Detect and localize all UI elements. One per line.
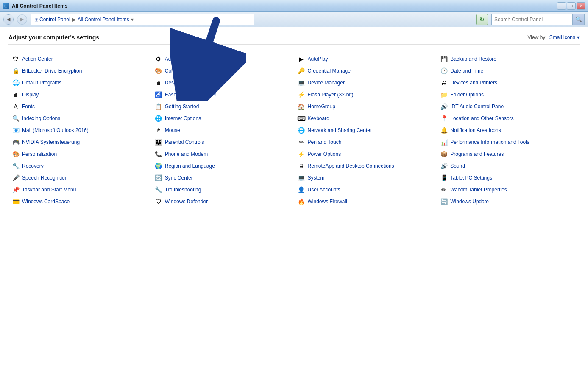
control-item[interactable]: 🔑Credential Manager xyxy=(294,65,437,77)
control-item[interactable]: 🛡Action Center xyxy=(8,53,151,65)
control-item[interactable]: 📊Performance Information and Tools xyxy=(437,136,580,148)
item-icon: 🔊 xyxy=(440,103,448,110)
control-item[interactable]: 🔄Windows Update xyxy=(437,196,580,208)
item-label: Pen and Touch xyxy=(308,139,342,145)
item-label: Personalization xyxy=(22,151,57,157)
control-item[interactable]: 🎤Speech Recognition xyxy=(8,172,151,184)
forward-button[interactable]: ▶ xyxy=(17,14,27,25)
item-label: Parental Controls xyxy=(165,139,204,145)
control-item[interactable]: 👪Parental Controls xyxy=(151,136,294,148)
control-item[interactable]: 🕐Date and Time xyxy=(437,65,580,77)
item-label: Power Options xyxy=(308,151,341,157)
item-icon: 🔍 xyxy=(12,115,20,122)
control-item[interactable]: 💻System xyxy=(294,172,437,184)
search-box[interactable]: 🔍 xyxy=(491,14,585,25)
control-item[interactable]: 💻Device Manager xyxy=(294,77,437,89)
control-item[interactable]: 🔊IDT Audio Control Panel xyxy=(437,101,580,112)
control-item[interactable]: ⚙Administrative Tools xyxy=(151,53,294,65)
control-item[interactable]: 📱Tablet PC Settings xyxy=(437,172,580,184)
control-item[interactable]: 💾Backup and Restore xyxy=(437,53,580,65)
control-item[interactable]: 🌍Region and Language xyxy=(151,160,294,172)
control-item[interactable]: 📍Location and Other Sensors xyxy=(437,112,580,124)
control-item[interactable]: 🌐Default Programs xyxy=(8,77,151,89)
view-arrow: ▾ xyxy=(577,34,580,40)
control-item[interactable]: 🔒BitLocker Drive Encryption xyxy=(8,65,151,77)
path-item-control-panel[interactable]: ⊞ Control Panel xyxy=(34,17,70,22)
item-label: HomeGroup xyxy=(308,104,335,110)
search-input[interactable] xyxy=(492,14,572,25)
control-item[interactable]: 🖱Mouse xyxy=(151,124,294,136)
control-item[interactable]: 🖥Display xyxy=(8,89,151,101)
control-item[interactable]: 💳Windows CardSpace xyxy=(8,196,151,208)
control-item[interactable]: 🔄Sync Center xyxy=(151,172,294,184)
item-icon: 🌐 xyxy=(155,115,162,122)
control-item[interactable]: 🏠HomeGroup xyxy=(294,101,437,112)
control-item[interactable]: 📦Programs and Features xyxy=(437,148,580,160)
control-item[interactable]: 🖥Desktop Gadgets xyxy=(151,77,294,89)
item-icon: 📊 xyxy=(440,138,448,146)
view-select[interactable]: Small icons ▾ xyxy=(549,34,580,40)
close-button[interactable]: ✕ xyxy=(577,2,585,10)
control-item[interactable]: 🔧Troubleshooting xyxy=(151,184,294,196)
control-item[interactable]: ✏Wacom Tablet Properties xyxy=(437,184,580,196)
control-item[interactable]: 👤User Accounts xyxy=(294,184,437,196)
item-icon: 📱 xyxy=(440,174,448,182)
item-icon: 🖨 xyxy=(440,79,448,87)
control-item[interactable]: 🔔Notification Area Icons xyxy=(437,124,580,136)
item-icon: 💳 xyxy=(12,198,20,205)
control-item[interactable]: 📁Folder Options xyxy=(437,89,580,101)
item-icon: A xyxy=(12,103,20,110)
item-icon: 🕐 xyxy=(440,67,448,75)
item-icon: 📍 xyxy=(440,115,448,122)
control-item[interactable]: 🌐Network and Sharing Center xyxy=(294,124,437,136)
item-icon: 🛡 xyxy=(155,198,162,205)
control-item[interactable]: 📞Phone and Modem xyxy=(151,148,294,160)
refresh-button[interactable]: ↻ xyxy=(476,14,488,25)
item-icon: 👤 xyxy=(298,186,305,194)
control-item[interactable]: 🎮NVIDIA Systemsteuerung xyxy=(8,136,151,148)
control-item[interactable]: ⌨Keyboard xyxy=(294,112,437,124)
maximize-button[interactable]: □ xyxy=(567,2,576,10)
item-label: User Accounts xyxy=(308,187,340,193)
item-icon: 🌐 xyxy=(12,79,20,87)
control-item[interactable]: 📧Mail (Microsoft Outlook 2016) xyxy=(8,124,151,136)
window-title: All Control Panel Items xyxy=(12,3,67,9)
control-item[interactable]: 🔥Windows Firewall xyxy=(294,196,437,208)
page-header: Adjust your computer's settings View by:… xyxy=(8,34,580,45)
control-item[interactable]: 🎨Personalization xyxy=(8,148,151,160)
item-label: Backup and Restore xyxy=(450,56,496,62)
item-icon: ⚙ xyxy=(155,55,162,63)
control-item[interactable]: 🔊Sound xyxy=(437,160,580,172)
control-item[interactable]: 🔍Indexing Options xyxy=(8,112,151,124)
item-icon: ♿ xyxy=(155,91,162,98)
item-label: NVIDIA Systemsteuerung xyxy=(22,139,80,145)
path-item-all-items[interactable]: All Control Panel Items xyxy=(78,17,129,22)
control-item[interactable]: AFonts xyxy=(8,101,151,112)
control-item[interactable]: ▶AutoPlay xyxy=(294,53,437,65)
control-item[interactable]: 📌Taskbar and Start Menu xyxy=(8,184,151,196)
item-icon: 🔄 xyxy=(440,198,448,205)
control-item[interactable]: ⚡Flash Player (32-bit) xyxy=(294,89,437,101)
item-label: Programs and Features xyxy=(450,151,504,157)
item-label: RemoteApp and Desktop Connections xyxy=(308,163,394,169)
item-label: Keyboard xyxy=(308,115,329,121)
control-item[interactable]: 🛡Windows Defender xyxy=(151,196,294,208)
back-button[interactable]: ◀ xyxy=(3,14,14,25)
control-item[interactable]: 🖨Devices and Printers xyxy=(437,77,580,89)
control-item[interactable]: ⚡Power Options xyxy=(294,148,437,160)
control-item[interactable]: ♿Ease of Access Center xyxy=(151,89,294,101)
item-icon: ▶ xyxy=(298,55,305,63)
control-item[interactable]: 🖥RemoteApp and Desktop Connections xyxy=(294,160,437,172)
search-button[interactable]: 🔍 xyxy=(572,14,584,25)
control-item[interactable]: 🔧Recovery xyxy=(8,160,151,172)
item-icon: 🌐 xyxy=(298,126,305,134)
control-item[interactable]: 📋Getting Started xyxy=(151,101,294,112)
control-item[interactable]: 🌐Internet Options xyxy=(151,112,294,124)
item-icon: 📞 xyxy=(155,150,162,158)
control-item[interactable]: 🎨Color Management xyxy=(151,65,294,77)
item-label: Windows CardSpace xyxy=(22,199,70,205)
item-icon: 👪 xyxy=(155,138,162,146)
control-item[interactable]: ✏Pen and Touch xyxy=(294,136,437,148)
minimize-button[interactable]: – xyxy=(557,2,566,10)
item-icon: 🔧 xyxy=(155,186,162,194)
